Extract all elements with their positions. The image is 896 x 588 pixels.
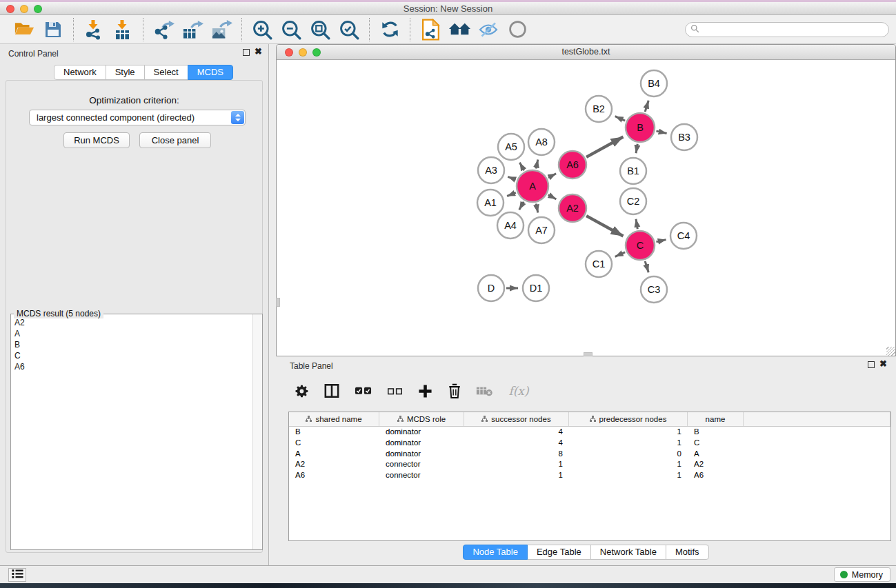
memory-button[interactable]: Memory [834, 567, 890, 582]
table-cell[interactable]: A [289, 449, 379, 460]
tab-style[interactable]: Style [106, 65, 145, 80]
refresh-layout-icon[interactable] [375, 17, 404, 43]
table-close-panel-icon[interactable]: ✖ [879, 359, 887, 369]
table-row[interactable]: A2connector11A2 [289, 459, 890, 470]
column-header-successor-nodes[interactable]: successor nodes [464, 412, 569, 426]
export-network-icon[interactable] [149, 17, 178, 43]
table-cell[interactable]: A6 [289, 470, 379, 481]
close-panel-button[interactable]: Close panel [139, 132, 211, 148]
export-table-icon[interactable] [178, 17, 207, 43]
table-cell[interactable]: 4 [464, 427, 569, 438]
tab-select[interactable]: Select [144, 65, 188, 80]
table-cell[interactable]: 4 [464, 438, 569, 449]
show-columns-icon[interactable] [323, 381, 341, 401]
graph-edge-A6-B [586, 137, 623, 157]
delete-table-icon[interactable] [475, 381, 493, 401]
export-image-icon[interactable] [207, 17, 236, 43]
tab-mcds[interactable]: MCDS [188, 65, 233, 80]
tab-network-table[interactable]: Network Table [590, 545, 666, 560]
table-cell[interactable]: A2 [688, 459, 744, 470]
zoom-in-icon[interactable] [248, 17, 277, 43]
new-network-from-selection-icon[interactable] [416, 17, 445, 43]
table-cell[interactable]: A2 [289, 459, 379, 470]
search-input[interactable] [702, 23, 888, 36]
show-all-icon[interactable] [503, 17, 532, 43]
table-cell[interactable]: 1 [569, 459, 688, 470]
table-cell[interactable]: 1 [569, 470, 688, 481]
import-table-icon[interactable] [108, 17, 137, 43]
status-bar: Memory [0, 565, 896, 583]
open-session-icon[interactable] [10, 17, 39, 43]
network-vertical-scroll-thumb[interactable] [276, 298, 280, 307]
table-cell[interactable]: B [688, 427, 744, 438]
run-mcds-button[interactable]: Run MCDS [63, 132, 130, 148]
table-panel: Table Panel ✖ f(x) shared nameMCDS roles… [276, 356, 896, 565]
network-canvas[interactable]: B4B2BB3B1A5A8A6A3AA1C2A2A4A7C4CC1DD1C3 [277, 60, 895, 356]
mcds-result-list[interactable]: A2ABCA6 [12, 317, 252, 549]
search-box[interactable] [685, 22, 889, 37]
tab-node-table[interactable]: Node Table [463, 545, 528, 560]
float-panel-icon[interactable] [243, 49, 250, 56]
table-cell[interactable]: 1 [464, 459, 569, 470]
network-window-titlebar[interactable]: testGlobe.txt [277, 45, 895, 60]
deselect-all-rows-icon[interactable] [385, 381, 404, 401]
table-cell[interactable]: dominator [379, 449, 464, 460]
task-history-button[interactable] [8, 568, 26, 582]
table-row[interactable]: Cdominator41C [289, 438, 890, 449]
add-column-icon[interactable] [416, 381, 434, 401]
select-all-rows-icon[interactable] [352, 381, 373, 401]
zoom-out-icon[interactable] [277, 17, 306, 43]
save-session-icon[interactable] [39, 17, 68, 43]
table-cell[interactable]: C [688, 438, 744, 449]
table-cell[interactable]: 0 [569, 449, 688, 460]
tab-network[interactable]: Network [54, 65, 106, 80]
table-cell[interactable]: connector [379, 470, 464, 481]
column-header-name[interactable]: name [688, 412, 744, 426]
import-network-icon[interactable] [79, 17, 108, 43]
graph-node-label-B3: B3 [678, 132, 690, 143]
column-type-icon [306, 415, 312, 423]
column-header-shared-name[interactable]: shared name [289, 412, 379, 426]
table-cell[interactable]: 1 [569, 438, 688, 449]
mcds-result-item[interactable]: A [12, 328, 252, 339]
zoom-selected-icon[interactable] [335, 17, 364, 43]
toolbar-separator [241, 18, 242, 41]
function-builder-icon[interactable]: f(x) [505, 381, 532, 401]
hide-selected-icon[interactable] [474, 17, 503, 43]
table-cell[interactable]: dominator [379, 438, 464, 449]
mcds-result-item[interactable]: A2 [12, 317, 252, 328]
table-cell[interactable]: 1 [464, 470, 569, 481]
mcds-result-scrollbar[interactable] [252, 314, 262, 549]
table-cell[interactable]: C [289, 438, 379, 449]
table-cell[interactable]: A6 [688, 470, 744, 481]
zoom-fit-icon[interactable] [306, 17, 335, 43]
column-header-MCDS-role[interactable]: MCDS role [379, 412, 464, 426]
table-row[interactable]: A6connector11A6 [289, 470, 890, 481]
column-header-label: name [706, 415, 726, 423]
graph-edge-B-B1 [636, 144, 637, 154]
table-cell[interactable]: 1 [569, 427, 688, 438]
table-row[interactable]: Bdominator41B [289, 427, 890, 438]
table-row[interactable]: Adominator80A [289, 449, 890, 460]
tab-motifs[interactable]: Motifs [666, 545, 709, 560]
mcds-result-item[interactable]: C [12, 350, 252, 361]
table-cell[interactable]: B [289, 427, 379, 438]
column-header-predecessor-nodes[interactable]: predecessor nodes [569, 412, 688, 426]
network-resize-grip[interactable] [886, 347, 895, 356]
table-cell[interactable]: connector [379, 459, 464, 470]
table-cell[interactable]: A [688, 449, 744, 460]
tab-edge-table[interactable]: Edge Table [527, 545, 591, 560]
mcds-result-item[interactable]: B [12, 339, 252, 350]
settings-gear-icon[interactable] [293, 381, 311, 401]
column-type-icon [590, 415, 596, 423]
first-neighbors-icon[interactable] [445, 17, 474, 43]
close-panel-icon[interactable]: ✖ [255, 47, 262, 57]
table-cell[interactable]: 8 [464, 449, 569, 460]
criterion-dropdown[interactable]: largest connected component (directed) [29, 110, 246, 125]
delete-column-icon[interactable] [446, 381, 464, 401]
graph-node-label-B: B [637, 122, 644, 133]
table-cell[interactable]: dominator [379, 427, 464, 438]
table-float-panel-icon[interactable] [868, 361, 875, 368]
network-window-title: testGlobe.txt [277, 47, 895, 57]
mcds-result-item[interactable]: A6 [12, 361, 252, 372]
